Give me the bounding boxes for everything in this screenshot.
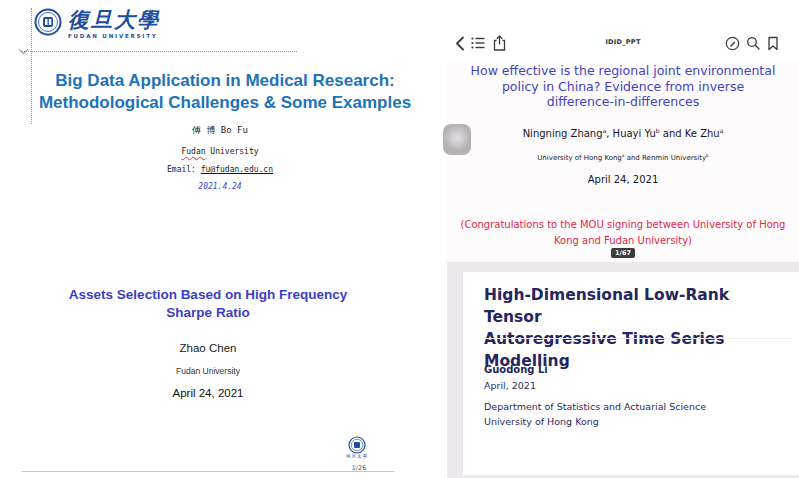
screen: 復旦大學 FUDAN UNIVERSITY Big Data Applicati…	[0, 0, 799, 478]
assets-title-line1: Assets Selection Based on High Frequency	[18, 286, 398, 304]
tensor-slide-title: High-Dimensional Low-Rank Tensor Autoreg…	[484, 284, 784, 372]
idid-authors: Ningning Zhanga, Huayi Yub and Ke Zhua	[447, 128, 799, 139]
idid-note-line2: Kong and Fudan University)	[447, 233, 799, 249]
assets-date: April 24, 2021	[18, 387, 398, 399]
markup-circle-icon[interactable]	[723, 34, 741, 52]
fudan-logo: 復旦大學 FUDAN UNIVERSITY	[34, 8, 160, 39]
fudan-logo-chinese: 復旦大學	[68, 8, 160, 32]
slide-medical-title-page: 復旦大學 FUDAN UNIVERSITY Big Data Applicati…	[0, 0, 440, 258]
assets-footer-logo-text: 復旦大學	[345, 454, 369, 459]
assistive-touch-button[interactable]	[443, 124, 471, 155]
assets-title-line2: Sharpe Ratio	[18, 304, 398, 322]
tensor-author: Guodong Li	[484, 364, 548, 375]
idid-slide-title: How effective is the regional joint envi…	[447, 63, 799, 110]
bookmark-icon[interactable]	[764, 34, 782, 52]
assets-author: Zhao Chen	[18, 342, 398, 354]
tensor-title-line1: High-Dimensional Low-Rank Tensor	[484, 284, 784, 328]
assets-bottom-rule	[22, 471, 394, 472]
search-icon[interactable]	[744, 34, 762, 52]
assets-affiliation: Fudan University	[18, 366, 398, 376]
medical-date: 2021.4.24	[28, 182, 412, 191]
slide-idid-title-page: How effective is the regional joint envi…	[447, 61, 799, 262]
medical-author-block: 傅 博 Bo Fu Fudan University Email: fu@fud…	[28, 124, 412, 191]
fudan-emblem-icon	[34, 8, 62, 36]
idid-title-line2: policy in China? Evidence from inverse	[447, 79, 799, 95]
idid-affiliation: University of Hong Konga and Renmin Univ…	[447, 154, 799, 162]
guide-dotted-hline	[21, 51, 297, 52]
medical-email-line: Email: fu@fudan.edu.cn	[28, 165, 412, 174]
idid-title-line1: How effective is the regional joint envi…	[447, 63, 799, 79]
email-link[interactable]: fu@fudan.edu.cn	[201, 165, 273, 174]
medical-slide-title: Big Data Application in Medical Research…	[10, 70, 440, 114]
idid-congratulations-note: (Congratulations to the MOU signing betw…	[447, 217, 799, 249]
viewer-page-area: How effective is the regional joint envi…	[447, 61, 799, 478]
assets-slide-title: Assets Selection Based on High Frequency…	[18, 286, 398, 322]
viewer-toolbar: IDID_PPT	[447, 25, 799, 62]
assets-footer-logo: 復旦大學	[345, 436, 369, 459]
tensor-date: April, 2021	[484, 380, 536, 391]
fudan-logo-english: FUDAN UNIVERSITY	[68, 33, 160, 39]
medical-affiliation: Fudan University	[28, 147, 412, 156]
tensor-title-rule	[484, 338, 791, 339]
idid-title-line3: difference-in-differences	[447, 94, 799, 110]
slide-assets-title-page: Assets Selection Based on High Frequency…	[18, 262, 398, 476]
tensor-department: Department of Statistics and Actuarial S…	[484, 401, 706, 412]
slide-tensor-title-page: High-Dimensional Low-Rank Tensor Autoreg…	[463, 272, 799, 475]
medical-title-line1: Big Data Application in Medical Research…	[10, 70, 440, 92]
idid-note-line1: (Congratulations to the MOU signing betw…	[447, 217, 799, 233]
tensor-university: University of Hong Kong	[484, 416, 599, 427]
guide-caret-icon	[19, 45, 29, 55]
idid-page-badge: 1/67	[611, 248, 635, 258]
idid-date: April 24, 2021	[447, 174, 799, 185]
fudan-emblem-small-icon	[345, 436, 369, 454]
medical-author: 傅 博 Bo Fu	[28, 124, 412, 137]
medical-title-line2: Methodological Challenges & Some Example…	[10, 92, 440, 114]
